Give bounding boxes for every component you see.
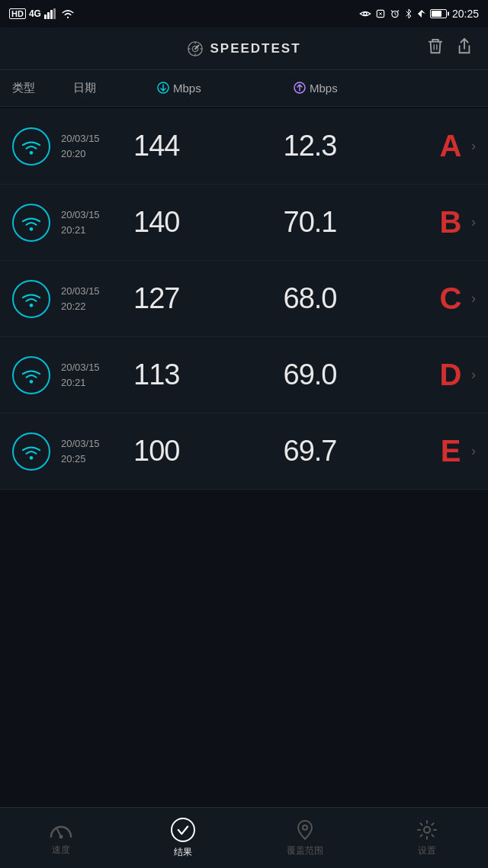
hd-badge: HD (9, 8, 26, 19)
app-header: SPEEDTEST (0, 27, 488, 70)
svg-point-19 (30, 227, 34, 231)
battery-fill (432, 11, 441, 17)
nav-speed-label: 速度 (52, 844, 70, 857)
checkmark-icon (176, 824, 190, 836)
delete-button[interactable] (427, 37, 444, 59)
map-pin-icon (296, 819, 314, 841)
empty-area (0, 490, 488, 787)
app-title: SPEEDTEST (210, 41, 300, 56)
wifi-type-icon-5 (12, 432, 50, 471)
nav-item-results[interactable]: 结果 (156, 818, 210, 859)
share-icon (456, 37, 473, 56)
svg-rect-1 (47, 12, 50, 19)
results-list: 20/03/15 20:20 144 12.3 A › 20/03/15 20:… (0, 108, 488, 490)
header-actions (427, 37, 473, 59)
alarm-icon (390, 8, 400, 19)
result-up-4: 69.0 (284, 358, 434, 391)
result-label-5: E (433, 434, 468, 468)
speedtest-logo-icon (187, 40, 204, 57)
result-down-2: 140 (133, 206, 284, 239)
svg-point-24 (303, 825, 307, 830)
result-down-1: 144 (133, 130, 284, 162)
result-date-3: 20/03/15 20:22 (61, 284, 133, 313)
result-label-3: C (433, 281, 468, 316)
result-up-3: 68.0 (284, 282, 434, 315)
result-row[interactable]: 20/03/15 20:25 100 69.7 E › (0, 413, 488, 490)
bluetooth-icon (404, 8, 413, 19)
col-down-label: Mbps (173, 82, 201, 95)
col-date-header: 日期 (73, 81, 157, 95)
chevron-right-icon-4: › (471, 367, 476, 383)
wifi-signal-icon (21, 367, 41, 384)
location-icon (417, 8, 426, 19)
result-down-5: 100 (133, 435, 284, 468)
svg-point-21 (30, 380, 34, 384)
result-date-4: 20/03/15 20:21 (61, 360, 133, 390)
results-check-icon (171, 818, 195, 842)
svg-point-20 (30, 304, 34, 307)
nfc-icon (375, 8, 386, 19)
nav-coverage-label: 覆盖范围 (287, 844, 323, 857)
signal-bars-icon (44, 8, 58, 19)
svg-rect-3 (53, 8, 56, 19)
nav-item-speed[interactable]: 速度 (34, 820, 88, 857)
speedometer-icon (50, 820, 72, 840)
wifi-type-icon-3 (12, 280, 50, 318)
header-center: SPEEDTEST (61, 40, 427, 57)
result-row[interactable]: 20/03/15 20:21 113 69.0 D › (0, 337, 488, 413)
col-up-label: Mbps (310, 82, 338, 95)
status-left: HD 4G (9, 8, 75, 19)
battery-icon (430, 9, 447, 18)
wifi-type-icon-1 (12, 127, 50, 166)
svg-point-4 (364, 12, 367, 15)
wifi-signal-icon (21, 138, 41, 155)
nav-item-settings[interactable]: 设置 (400, 819, 454, 857)
col-up-header: Mbps (294, 82, 430, 95)
svg-point-25 (424, 827, 430, 833)
result-date-2: 20/03/15 20:21 (61, 207, 133, 237)
result-label-2: B (433, 205, 468, 240)
result-down-4: 113 (133, 358, 284, 391)
result-up-2: 70.1 (284, 206, 434, 239)
result-row[interactable]: 20/03/15 20:22 127 68.0 C › (0, 261, 488, 337)
svg-rect-0 (44, 14, 47, 19)
status-bar: HD 4G (0, 0, 488, 27)
col-down-header: Mbps (157, 82, 294, 95)
eye-icon (359, 8, 371, 19)
result-date-5: 20/03/15 20:25 (61, 436, 133, 466)
nav-item-coverage[interactable]: 覆盖范围 (278, 819, 332, 857)
svg-point-23 (59, 834, 63, 838)
svg-rect-2 (50, 10, 53, 19)
download-arrow-icon (157, 82, 169, 95)
result-label-4: D (433, 358, 468, 392)
chevron-right-icon-5: › (471, 443, 476, 459)
gear-icon (416, 819, 438, 841)
upload-arrow-icon (294, 82, 306, 95)
bottom-nav: 速度 结果 覆盖范围 设置 (0, 807, 488, 868)
svg-point-22 (30, 456, 34, 460)
wifi-signal-icon (21, 214, 41, 231)
col-type-header: 类型 (12, 81, 73, 95)
result-up-1: 12.3 (284, 130, 434, 162)
wifi-signal-icon (21, 443, 41, 460)
status-right: 20:25 (359, 8, 479, 20)
time-display: 20:25 (452, 8, 479, 20)
result-date-1: 20/03/15 20:20 (61, 131, 133, 161)
result-up-5: 69.7 (284, 435, 434, 468)
result-row[interactable]: 20/03/15 20:20 144 12.3 A › (0, 108, 488, 185)
svg-point-18 (30, 151, 34, 155)
chevron-right-icon-2: › (471, 214, 476, 230)
result-row[interactable]: 20/03/15 20:21 140 70.1 B › (0, 185, 488, 261)
trash-icon (427, 37, 444, 56)
signal-4g: 4G (29, 8, 41, 19)
result-down-3: 127 (133, 282, 284, 315)
wifi-signal-icon (21, 291, 41, 307)
wifi-type-icon-4 (12, 356, 50, 394)
share-button[interactable] (456, 37, 473, 59)
chevron-right-icon-3: › (471, 291, 476, 307)
nav-results-label: 结果 (174, 846, 192, 859)
chevron-right-icon-1: › (471, 138, 476, 154)
result-label-1: A (433, 129, 468, 163)
wifi-status-icon (61, 8, 75, 19)
wifi-type-icon-2 (12, 204, 50, 242)
